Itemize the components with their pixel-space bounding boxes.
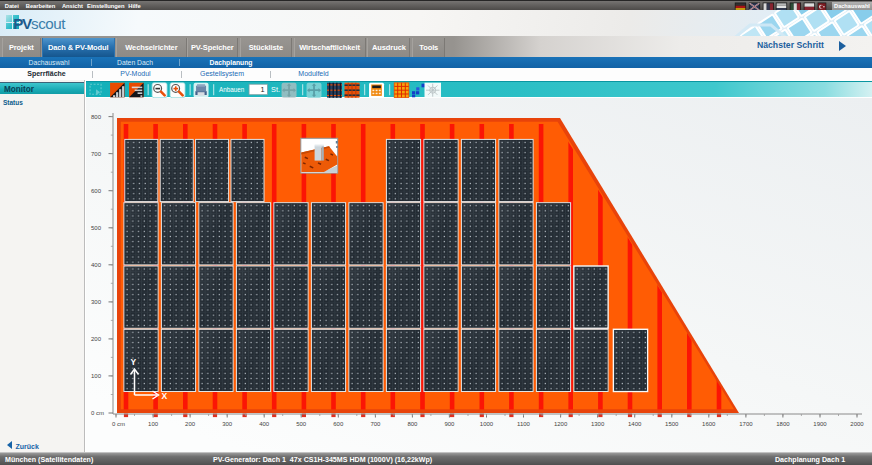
- svg-text:400: 400: [91, 262, 102, 268]
- svg-text:100: 100: [148, 421, 159, 427]
- svg-text:1: 1: [260, 85, 264, 94]
- svg-text:700: 700: [91, 151, 102, 157]
- svg-text:Y: Y: [131, 357, 137, 367]
- svg-text:1200: 1200: [554, 421, 568, 427]
- svg-text:1700: 1700: [739, 421, 753, 427]
- svg-text:1800: 1800: [776, 421, 790, 427]
- svg-text:1600: 1600: [702, 421, 716, 427]
- svg-text:100: 100: [91, 373, 102, 379]
- svg-text:X: X: [162, 391, 168, 401]
- svg-text:800: 800: [91, 114, 102, 120]
- svg-text:200: 200: [185, 421, 196, 427]
- svg-text:700: 700: [370, 421, 381, 427]
- svg-text:400: 400: [259, 421, 270, 427]
- svg-text:1300: 1300: [591, 421, 605, 427]
- svg-text:200: 200: [91, 336, 102, 342]
- svg-text:Anbauen: Anbauen: [219, 86, 245, 93]
- svg-text:1100: 1100: [517, 421, 531, 427]
- svg-text:900: 900: [444, 421, 455, 427]
- svg-text:0 cm: 0 cm: [112, 421, 125, 427]
- svg-text:0 cm: 0 cm: [91, 410, 104, 416]
- svg-text:600: 600: [333, 421, 344, 427]
- svg-text:1900: 1900: [813, 421, 827, 427]
- svg-text:300: 300: [222, 421, 233, 427]
- svg-text:1500: 1500: [665, 421, 679, 427]
- svg-text:800: 800: [407, 421, 418, 427]
- svg-text:300: 300: [91, 299, 102, 305]
- svg-text:2000: 2000: [850, 421, 864, 427]
- svg-text:1000: 1000: [480, 421, 494, 427]
- svg-text:600: 600: [91, 188, 102, 194]
- svg-text:St.: St.: [271, 85, 280, 94]
- svg-text:500: 500: [296, 421, 307, 427]
- svg-text:1400: 1400: [628, 421, 642, 427]
- svg-text:500: 500: [91, 225, 102, 231]
